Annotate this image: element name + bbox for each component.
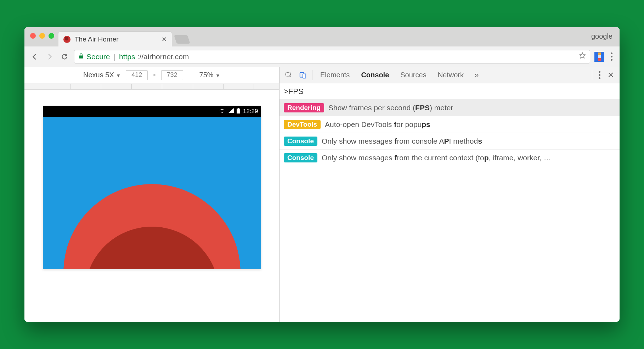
command-result[interactable]: RenderingShow frames per second (FPS) me… — [279, 100, 620, 116]
more-tabs-button[interactable]: » — [469, 71, 484, 80]
favicon-icon — [63, 36, 70, 43]
command-category-badge: Console — [284, 153, 317, 162]
svg-rect-0 — [237, 109, 240, 113]
chrome-menu-button[interactable] — [609, 52, 615, 61]
viewport-ruler — [24, 83, 279, 90]
tab-close-button[interactable]: ✕ — [162, 35, 167, 43]
window-close-button[interactable] — [30, 33, 36, 39]
chevron-down-icon: ▼ — [116, 73, 121, 78]
devtools-tabbar: ElementsConsoleSourcesNetwork » ✕ — [279, 67, 620, 83]
separator — [592, 70, 592, 80]
tab-strip: The Air Horner ✕ — [58, 27, 189, 46]
url-protocol: https — [119, 52, 135, 61]
content-area: Nexus 5X ▼ × 75% ▼ — [24, 67, 620, 322]
phone-clock: 12:29 — [243, 108, 258, 115]
device-select[interactable]: Nexus 5X ▼ — [83, 71, 121, 79]
titlebar: The Air Horner ✕ google — [24, 27, 620, 46]
reload-button[interactable] — [59, 53, 70, 61]
command-prompt-text: >FPS — [284, 87, 304, 96]
lock-icon — [78, 52, 84, 61]
profile-label[interactable]: google — [591, 32, 612, 40]
command-category-badge: Console — [284, 137, 317, 146]
svg-rect-1 — [238, 108, 239, 109]
viewport-width-input[interactable] — [126, 70, 148, 80]
toolbar: Secure | https://airhorner.com — [24, 46, 620, 67]
separator — [312, 70, 312, 80]
device-name-label: Nexus 5X — [83, 71, 114, 79]
bookmark-star-icon[interactable] — [578, 52, 586, 61]
device-toolbar: Nexus 5X ▼ × 75% ▼ — [24, 67, 279, 83]
chevron-down-icon: ▼ — [215, 73, 220, 78]
inspect-element-button[interactable] — [282, 67, 296, 83]
tab-title: The Air Horner — [75, 35, 157, 43]
device-viewport: 12:29 — [24, 90, 279, 322]
traffic-lights — [30, 33, 54, 39]
new-tab-button[interactable] — [174, 35, 190, 44]
browser-window: The Air Horner ✕ google Secure | https:/… — [24, 27, 620, 322]
devtools-close-button[interactable]: ✕ — [605, 71, 617, 80]
wifi-icon — [219, 108, 225, 115]
back-button[interactable] — [29, 53, 40, 61]
devtools-tab-elements[interactable]: Elements — [315, 67, 355, 83]
phone-statusbar: 12:29 — [43, 106, 261, 117]
devtools-tab-network[interactable]: Network — [432, 67, 469, 83]
command-result-text: Only show messages from console API meth… — [322, 137, 482, 145]
emulated-phone[interactable]: 12:29 — [43, 106, 261, 269]
command-result[interactable]: ConsoleOnly show messages from console A… — [279, 133, 620, 150]
svg-rect-4 — [303, 74, 306, 78]
device-viewport-pane: Nexus 5X ▼ × 75% ▼ — [24, 67, 279, 322]
omnibox[interactable]: Secure | https://airhorner.com — [74, 50, 590, 63]
dimension-separator: × — [153, 72, 156, 78]
command-menu-results: RenderingShow frames per second (FPS) me… — [279, 100, 620, 166]
battery-icon — [237, 108, 240, 115]
zoom-select[interactable]: 75% ▼ — [199, 71, 220, 79]
window-maximize-button[interactable] — [49, 33, 54, 39]
devtools-menu-button[interactable] — [597, 71, 603, 79]
devtools-tab-console[interactable]: Console — [355, 67, 395, 83]
secure-label: Secure — [86, 52, 110, 61]
url-rest: ://airhorner.com — [137, 52, 189, 61]
devtools-pane: ElementsConsoleSourcesNetwork » ✕ >FPS R… — [279, 67, 620, 322]
lighthouse-extension-icon[interactable] — [594, 52, 604, 62]
command-result-text: Auto-open DevTools for popups — [325, 120, 430, 129]
toggle-device-toolbar-button[interactable] — [296, 67, 310, 83]
devtools-tab-sources[interactable]: Sources — [395, 67, 432, 83]
command-menu-input[interactable]: >FPS — [279, 83, 620, 100]
command-category-badge: DevTools — [284, 120, 321, 129]
command-result[interactable]: DevToolsAuto-open DevTools for popups — [279, 116, 620, 133]
viewport-height-input[interactable] — [161, 70, 183, 80]
zoom-label: 75% — [199, 71, 214, 79]
command-category-badge: Rendering — [284, 103, 324, 112]
cellular-icon — [228, 108, 234, 115]
forward-button[interactable] — [44, 53, 55, 61]
command-result-text: Show frames per second (FPS) meter — [328, 104, 453, 112]
command-result[interactable]: ConsoleOnly show messages from the curre… — [279, 150, 620, 166]
browser-tab[interactable]: The Air Horner ✕ — [58, 32, 172, 46]
phone-content[interactable] — [43, 117, 261, 269]
command-result-text: Only show messages from the current cont… — [322, 154, 551, 162]
omnibox-separator: | — [114, 52, 115, 61]
window-minimize-button[interactable] — [39, 33, 45, 39]
